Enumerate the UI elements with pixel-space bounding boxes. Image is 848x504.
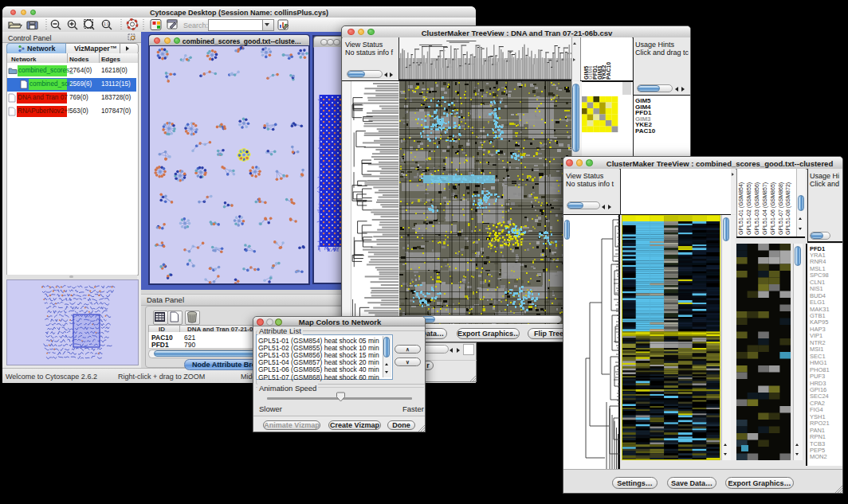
svg-text:PAC10: PAC10 [606, 62, 611, 80]
svg-text:GPL51-06 (GSM865): GPL51-06 (GSM865) [769, 182, 775, 235]
svg-text:GPL51-07 (GSM868): GPL51-07 (GSM868) [777, 182, 783, 235]
svg-text:1:1: 1:1 [104, 21, 109, 26]
svg-text:GPL51-03 (GSM856): GPL51-03 (GSM856) [753, 182, 760, 235]
svg-text:GPL51-01 (GSM854): GPL51-01 (GSM854) [738, 182, 744, 235]
svg-text:GPL51-08 (GSM872): GPL51-08 (GSM872) [785, 182, 791, 235]
svg-text:GPL51-04 (GSM857): GPL51-04 (GSM857) [761, 182, 768, 235]
svg-text:GPL51-02 (GSM855): GPL51-02 (GSM855) [745, 182, 752, 235]
